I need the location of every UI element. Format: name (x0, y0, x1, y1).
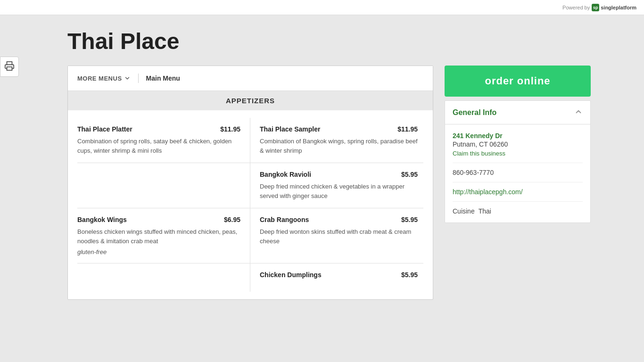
general-info-title: General Info (453, 108, 496, 117)
item-header: Bangkok Ravioli $5.95 (260, 171, 418, 178)
item-price: $5.95 (401, 271, 418, 279)
item-desc: Deep fried minced chicken & vegetables i… (260, 182, 418, 200)
address-street: 241 Kennedy Dr (453, 132, 583, 140)
website-link[interactable]: http://thaiplacepgh.com/ (453, 188, 583, 196)
menu-item: Bangkok Wings $6.95 Boneless chicken win… (77, 208, 250, 263)
powered-by: Powered by sp singleplatform (562, 4, 636, 11)
item-name: Crab Rangoons (260, 216, 397, 223)
more-menus-button[interactable]: MORE MENUS (77, 75, 131, 82)
sidebar: order online General Info 241 Kennedy Dr… (445, 66, 591, 223)
menu-item-empty (77, 163, 250, 208)
menu-item: Bangkok Ravioli $5.95 Deep fried minced … (250, 163, 423, 208)
chevron-up-icon[interactable] (574, 107, 583, 117)
item-desc: Combination of spring rolls, satay beef … (77, 137, 240, 155)
menu-item: Crab Rangoons $5.95 Deep fried wonton sk… (250, 208, 423, 263)
nav-divider (138, 74, 139, 83)
item-name: Chicken Dumplings (260, 271, 397, 279)
phone-number: 860-963-7770 (453, 169, 583, 176)
menu-nav: MORE MENUS Main Menu (68, 66, 433, 91)
info-divider (453, 182, 583, 182)
item-header: Thai Place Sampler $11.95 (260, 125, 418, 133)
general-info-panel: General Info 241 Kennedy Dr Putnam, CT 0… (445, 100, 591, 223)
menu-item: Thai Place Platter $11.95 Combination of… (77, 118, 250, 163)
section-header-appetizers: APPETIZERS (68, 91, 433, 110)
item-price: $11.95 (220, 125, 240, 133)
cuisine-row: Cuisine Thai (453, 201, 583, 215)
powered-by-text: Powered by (562, 5, 590, 10)
menu-item: Thai Place Sampler $11.95 Combination of… (250, 118, 423, 163)
cuisine-label: Cuisine (453, 207, 475, 215)
item-name: Bangkok Wings (77, 216, 220, 223)
item-price: $11.95 (397, 125, 418, 133)
general-info-body: 241 Kennedy Dr Putnam, CT 06260 Claim th… (445, 124, 590, 222)
item-header: Bangkok Wings $6.95 (77, 216, 240, 223)
cuisine-value: Thai (479, 207, 491, 215)
address-city: Putnam, CT 06260 (453, 140, 583, 148)
item-name: Bangkok Ravioli (260, 171, 397, 178)
menu-panel: MORE MENUS Main Menu APPETIZERS Thai Pla… (67, 66, 433, 300)
appetizers-grid: Thai Place Platter $11.95 Combination of… (68, 110, 433, 299)
item-header: Crab Rangoons $5.95 (260, 216, 418, 223)
address-block: 241 Kennedy Dr Putnam, CT 06260 Claim th… (453, 132, 583, 157)
item-desc: Boneless chicken wings stuffed with minc… (77, 227, 240, 246)
singleplatform-logo: sp singleplatform (592, 4, 636, 11)
item-price: $5.95 (401, 216, 418, 223)
order-online-button[interactable]: order online (445, 66, 591, 97)
active-menu-label: Main Menu (146, 74, 180, 82)
print-button[interactable] (0, 57, 19, 77)
sp-logo-icon: sp (592, 4, 599, 11)
menu-item-empty (77, 263, 250, 292)
item-price: $6.95 (224, 216, 240, 223)
info-divider (453, 163, 583, 163)
sp-logo-text: singleplatform (601, 5, 636, 10)
item-desc: Combination of Bangkok wings, spring rol… (260, 137, 418, 155)
item-price: $5.95 (401, 171, 418, 178)
item-name: Thai Place Sampler (260, 125, 394, 133)
item-header: Thai Place Platter $11.95 (77, 125, 240, 133)
claim-business-link[interactable]: Claim this business (453, 150, 583, 157)
more-menus-label: MORE MENUS (77, 75, 122, 82)
item-header: Chicken Dumplings $5.95 (260, 271, 418, 279)
chevron-down-icon (124, 75, 131, 82)
main-wrapper: Thai Place MORE MENUS Main Menu APPETIZE… (44, 15, 600, 309)
top-bar: Powered by sp singleplatform (0, 0, 644, 15)
item-tag: gluten-free (77, 248, 240, 255)
item-name: Thai Place Platter (77, 125, 216, 133)
general-info-header: General Info (445, 101, 590, 124)
item-desc: Deep fried wonton skins stuffed with cra… (260, 227, 418, 246)
svg-rect-0 (7, 67, 12, 70)
menu-item: Chicken Dumplings $5.95 (250, 263, 423, 292)
restaurant-title: Thai Place (67, 25, 591, 54)
content-layout: MORE MENUS Main Menu APPETIZERS Thai Pla… (67, 66, 591, 300)
print-icon (4, 61, 15, 71)
